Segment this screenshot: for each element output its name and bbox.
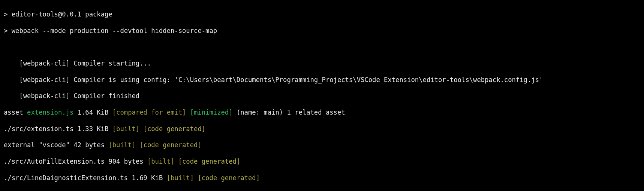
webpack-command-line: > webpack --mode production --devtool hi… [4, 27, 640, 35]
webpack-cli-line: [webpack-cli] Compiler finished [4, 92, 640, 100]
webpack-command-text: webpack --mode production --devtool hidd… [12, 27, 217, 34]
asset-filename: extension.js [27, 109, 73, 116]
build-size: 904 bytes [105, 158, 147, 165]
asset-minimized-badge: [minimized] [190, 109, 233, 116]
asset-line: asset extension.js 1.64 KiB [compared fo… [4, 109, 640, 117]
build-size: 1.33 KiB [73, 125, 112, 133]
prompt-caret: > [4, 27, 12, 34]
asset-size: 1.64 KiB [73, 109, 112, 116]
asset-compared-badge: [compared for emit] [112, 109, 186, 116]
build-path: ./src/extension.ts [4, 125, 73, 133]
asset-label: asset [4, 109, 27, 116]
build-line: external "vscode" 42 bytes [built] [code… [4, 141, 640, 149]
build-size: 42 bytes [70, 141, 108, 149]
prompt-caret: > [4, 10, 12, 18]
webpack-cli-line: [webpack-cli] Compiler is using config: … [4, 76, 640, 84]
code-generated-badge: [code generated] [178, 158, 241, 165]
npm-script-line: > editor-tools@0.0.1 package [4, 10, 640, 19]
code-generated-badge: [code generated] [144, 125, 206, 133]
build-path: external "vscode" [4, 141, 70, 149]
asset-tail: (name: main) 1 related asset [233, 109, 345, 116]
build-path: ./src/LineDaignosticExtension.ts [4, 174, 128, 182]
build-line: ./src/LineDaignosticExtension.ts 1.69 Ki… [4, 174, 640, 182]
build-line: ./src/extension.ts 1.33 KiB [built] [cod… [4, 125, 640, 133]
built-badge: [built] [147, 158, 174, 165]
npm-script-text: editor-tools@0.0.1 package [12, 10, 112, 18]
blank-line [4, 43, 640, 51]
terminal-output[interactable]: > editor-tools@0.0.1 package > webpack -… [0, 0, 644, 191]
built-badge: [built] [167, 174, 194, 182]
build-path: ./src/AutoFillExtension.ts [4, 158, 105, 165]
built-badge: [built] [112, 125, 139, 133]
code-generated-badge: [code generated] [198, 174, 260, 182]
built-badge: [built] [108, 141, 135, 149]
code-generated-badge: [code generated] [139, 141, 202, 149]
webpack-cli-line: [webpack-cli] Compiler starting... [4, 60, 640, 68]
build-size: 1.69 KiB [128, 174, 166, 182]
build-line: ./src/AutoFillExtension.ts 904 bytes [bu… [4, 158, 640, 166]
